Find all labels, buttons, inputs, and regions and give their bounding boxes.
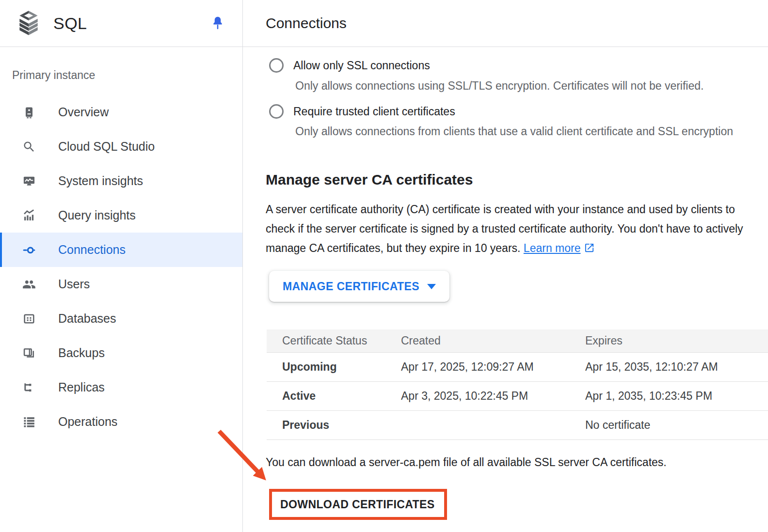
table-row: Previous No certificate: [267, 411, 768, 440]
certificate-status: Active: [282, 390, 401, 403]
sidebar-item-query-insights[interactable]: Query insights: [0, 198, 242, 233]
download-certificates-button[interactable]: DOWNLOAD CERTIFICATES: [272, 498, 434, 511]
certificate-created: Apr 17, 2025, 12:09:27 AM: [401, 360, 585, 374]
annotation-highlight-box: DOWNLOAD CERTIFICATES: [269, 489, 447, 520]
sidebar-item-users[interactable]: Users: [0, 267, 242, 301]
sidebar-item-label: Databases: [58, 312, 116, 326]
certificate-expires: No certificate: [585, 419, 768, 432]
pin-icon: [209, 15, 226, 32]
sidebar-item-connections[interactable]: Connections: [0, 233, 242, 267]
certificate-status: Previous: [282, 419, 401, 432]
manage-certificates-label: MANAGE CERTIFICATES: [283, 280, 419, 293]
column-header-expires: Expires: [585, 334, 768, 347]
sidebar-item-label: Query insights: [58, 208, 136, 222]
radio-label: Allow only SSL connections: [293, 59, 430, 72]
databases-icon: [22, 312, 36, 326]
section-description: A server certificate authority (CA) cert…: [266, 200, 746, 259]
table-row: Upcoming Apr 17, 2025, 12:09:27 AM Apr 1…: [267, 353, 768, 382]
certificate-status: Upcoming: [282, 360, 401, 374]
instance-section-label: Primary instance: [12, 69, 242, 82]
sidebar-item-operations[interactable]: Operations: [0, 405, 242, 439]
section-description-text: A server certificate authority (CA) cert…: [266, 203, 743, 254]
sidebar: SQL Primary instance Overview Cloud SQL …: [0, 0, 243, 532]
column-header-created: Created: [401, 334, 585, 347]
sidebar-item-overview[interactable]: Overview: [0, 95, 242, 129]
sidebar-item-label: Connections: [58, 243, 126, 257]
radio-allow-only-ssl[interactable]: [269, 58, 284, 73]
learn-more-link[interactable]: Learn more: [524, 242, 581, 254]
product-title: SQL: [53, 14, 87, 33]
search-icon: [22, 140, 36, 154]
certificates-table: Certificate Status Created Expires Upcom…: [267, 329, 768, 440]
sidebar-item-label: Backups: [58, 346, 105, 360]
caret-down-icon: [427, 284, 436, 289]
page-title: Connections: [266, 15, 347, 31]
certificate-expires: Apr 1, 2035, 10:23:45 PM: [585, 390, 768, 403]
section-heading: Manage server CA certificates: [266, 171, 473, 189]
sidebar-header: SQL: [0, 0, 242, 47]
sidebar-item-label: Users: [58, 277, 90, 291]
sidebar-item-label: Operations: [58, 415, 117, 429]
replicas-icon: [22, 381, 36, 394]
sidebar-item-backups[interactable]: Backups: [0, 336, 242, 370]
sidebar-item-replicas[interactable]: Replicas: [0, 370, 242, 405]
cloud-sql-connections-page: { "colors": { "accent_blue": "#1A73E8", …: [0, 0, 768, 532]
backups-icon: [22, 346, 36, 360]
sidebar-item-label: System insights: [58, 174, 143, 188]
download-note: You can download a server-ca.pem file of…: [266, 456, 667, 469]
radio-label: Require trusted client certificates: [293, 105, 455, 118]
ssl-option-allow-only-ssl[interactable]: Allow only SSL connections: [269, 57, 430, 74]
pin-button[interactable]: [209, 15, 226, 32]
table-row: Active Apr 3, 2025, 10:22:45 PM Apr 1, 2…: [267, 382, 768, 411]
sidebar-item-databases[interactable]: Databases: [0, 301, 242, 336]
ssl-option-require-client-certs[interactable]: Require trusted client certificates: [269, 103, 455, 120]
radio-require-client-certs[interactable]: [269, 104, 284, 119]
operations-icon: [22, 415, 36, 429]
sidebar-item-label: Overview: [58, 105, 109, 119]
sidebar-item-label: Cloud SQL Studio: [58, 140, 155, 154]
sidebar-item-cloud-sql-studio[interactable]: Cloud SQL Studio: [0, 129, 242, 164]
users-icon: [22, 278, 36, 291]
open-in-new-icon: [584, 240, 595, 259]
sidebar-nav: Overview Cloud SQL Studio System insight…: [0, 95, 242, 439]
cloud-sql-logo-icon: [17, 10, 40, 37]
certificate-expires: Apr 15, 2035, 12:10:27 AM: [585, 360, 768, 374]
sidebar-item-label: Replicas: [58, 380, 105, 394]
table-header-row: Certificate Status Created Expires: [267, 329, 768, 353]
system-insights-icon: [22, 174, 36, 188]
manage-certificates-button[interactable]: MANAGE CERTIFICATES: [269, 271, 449, 302]
page-header: Connections: [243, 0, 768, 47]
certificate-created: Apr 3, 2025, 10:22:45 PM: [401, 390, 585, 403]
overview-icon: [22, 106, 36, 119]
radio-description: Only allows connections using SSL/TLS en…: [295, 79, 704, 93]
column-header-certificate-status: Certificate Status: [282, 334, 401, 347]
main-content: Connections Allow only SSL connections O…: [243, 0, 768, 532]
sidebar-item-system-insights[interactable]: System insights: [0, 164, 242, 198]
connections-icon: [22, 243, 36, 257]
query-insights-icon: [22, 209, 36, 222]
radio-description: Only allows connections from clients tha…: [295, 125, 733, 138]
